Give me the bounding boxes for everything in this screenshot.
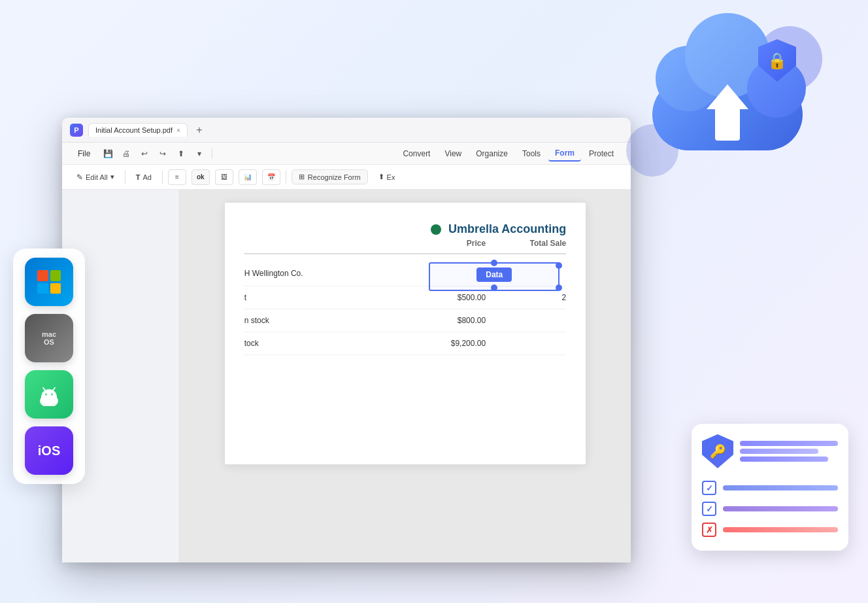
item-line-1 [723, 485, 838, 491]
export-button[interactable]: ⬆ Ex [373, 170, 401, 184]
row-name-3: n stock [244, 316, 405, 325]
row-price-3: $800.00 [405, 316, 486, 325]
redo-icon[interactable]: ↪ [156, 146, 170, 161]
menubar: File 💾 🖨 ↩ ↪ ⬆ ▾ Convert View Organize T… [62, 143, 631, 165]
toolbar-separator-2 [162, 171, 163, 184]
col-price: Price [405, 239, 486, 248]
svg-rect-10 [49, 401, 52, 406]
checkbox-2[interactable]: ✓ [702, 502, 716, 516]
item-line-2 [723, 506, 838, 511]
toolbar-separator-3 [286, 171, 286, 184]
share-icon[interactable]: ⬆ [174, 146, 188, 161]
app-icon [70, 124, 83, 137]
active-tab[interactable]: Initial Account Setup.pdf × [88, 123, 188, 137]
table-row-2: t $500.00 2 [244, 286, 567, 309]
security-item-2: ✓ [702, 498, 838, 519]
platform-android-icon[interactable] [25, 370, 73, 419]
security-panel: 🔑 ✓ ✓ ✗ [692, 424, 848, 551]
toolbar-image-icon[interactable]: 🖼 [215, 169, 233, 185]
recognize-icon: ⊞ [299, 173, 305, 181]
menu-toolbar-icons: 💾 🖨 ↩ ↪ ⬆ ▾ [101, 146, 207, 161]
menu-organize[interactable]: Organize [469, 146, 514, 161]
item-line-3 [723, 527, 838, 532]
platform-windows-icon[interactable] [25, 258, 73, 306]
svg-line-5 [43, 388, 46, 391]
handle-top[interactable] [491, 260, 497, 266]
menu-protect[interactable]: Protect [582, 146, 620, 161]
win-green [50, 270, 61, 281]
svg-rect-9 [46, 401, 49, 406]
arrow-shaft [715, 108, 740, 141]
table-header: Price Total Sale [244, 239, 567, 254]
lock-icon: 🔒 [767, 52, 787, 70]
table-row-4: tock $9,200.00 [244, 332, 567, 355]
menu-file[interactable]: File [73, 146, 95, 161]
row-total-2: 2 [486, 293, 566, 302]
cloud-upload-graphic: 🔒 [646, 33, 816, 177]
tab-filename: Initial Account Setup.pdf [95, 126, 173, 134]
security-line-1 [740, 441, 838, 446]
pdf-window: Initial Account Setup.pdf × + File 💾 🖨 ↩… [62, 118, 631, 562]
close-tab-button[interactable]: × [176, 127, 180, 134]
security-item-3: ✗ [702, 519, 838, 540]
handle-bottom[interactable] [491, 284, 497, 291]
macos-label: macOS [42, 330, 56, 346]
titlebar: Initial Account Setup.pdf × + [62, 118, 631, 143]
security-lines [740, 441, 838, 462]
company-name: Umbrella Accounting [244, 222, 567, 236]
toolbar-separator-1 [125, 171, 125, 184]
cloud-lock-badge: 🔒 [758, 39, 796, 82]
svg-point-12 [51, 394, 53, 396]
row-name-1: H Wellington Co. [244, 269, 405, 278]
more-icon[interactable]: ▾ [192, 146, 207, 161]
recognize-form-button[interactable]: ⊞ Recognize Form [292, 169, 368, 184]
platform-macos-icon[interactable]: macOS [25, 314, 73, 362]
upload-arrow [707, 84, 748, 141]
arrow-head [707, 84, 748, 109]
row-price-2: $500.00 [405, 293, 486, 302]
row-name-2: t [244, 293, 405, 302]
win-red [37, 270, 48, 281]
android-logo [37, 383, 61, 406]
platform-panel: macOS iOS [13, 249, 85, 484]
table-row-3: n stock $800.00 [244, 309, 567, 332]
toolbar-calendar-icon[interactable]: 📅 [262, 169, 280, 185]
edit-all-button[interactable]: ✎ Edit All ▾ [71, 170, 120, 184]
security-line-3 [740, 457, 828, 462]
save-icon[interactable]: 💾 [101, 146, 115, 161]
data-field-label[interactable]: Data [476, 267, 512, 282]
toolbar-chart-icon[interactable]: 📊 [239, 169, 257, 185]
print-icon[interactable]: 🖨 [119, 146, 133, 161]
toolbar-list-icon[interactable]: ≡ [168, 169, 186, 185]
security-item-1: ✓ [702, 477, 838, 498]
win-blue [37, 283, 48, 294]
cloud-container: 🔒 [646, 33, 809, 164]
checkbox-3[interactable]: ✗ [702, 523, 716, 537]
ios-label: iOS [38, 443, 60, 458]
pdf-page: Umbrella Accounting Price Total Sale H W… [225, 203, 586, 464]
add-text-button[interactable]: T Ad [131, 171, 157, 184]
menu-view[interactable]: View [438, 146, 468, 161]
svg-line-6 [52, 388, 55, 391]
menu-tools[interactable]: Tools [516, 146, 547, 161]
toolbar: ✎ Edit All ▾ T Ad ≡ ok 🖼 📊 📅 ⊞ Recognize… [62, 165, 631, 190]
windows-logo [37, 270, 61, 294]
platform-ios-icon[interactable]: iOS [25, 426, 73, 475]
security-line-2 [740, 449, 818, 454]
svg-point-11 [45, 394, 47, 396]
pdf-main: Umbrella Accounting Price Total Sale H W… [180, 190, 631, 562]
menu-nav-items: Convert View Organize Tools Form Protect [396, 146, 620, 162]
security-header: 🔑 [702, 434, 838, 468]
security-shield-icon: 🔑 [702, 434, 733, 468]
toolbar-ok-icon[interactable]: ok [192, 169, 210, 185]
row-price-4: $9,200.00 [405, 339, 486, 348]
menu-form[interactable]: Form [548, 146, 581, 162]
content-area: Umbrella Accounting Price Total Sale H W… [62, 190, 631, 562]
add-tab-button[interactable]: + [193, 124, 206, 137]
edit-icon: ✎ [76, 173, 83, 182]
table-row: H Wellington Co. Data [244, 261, 567, 286]
undo-icon[interactable]: ↩ [137, 146, 152, 161]
menu-convert[interactable]: Convert [396, 146, 437, 161]
checkbox-1[interactable]: ✓ [702, 481, 716, 495]
handle-right-top[interactable] [556, 262, 562, 269]
